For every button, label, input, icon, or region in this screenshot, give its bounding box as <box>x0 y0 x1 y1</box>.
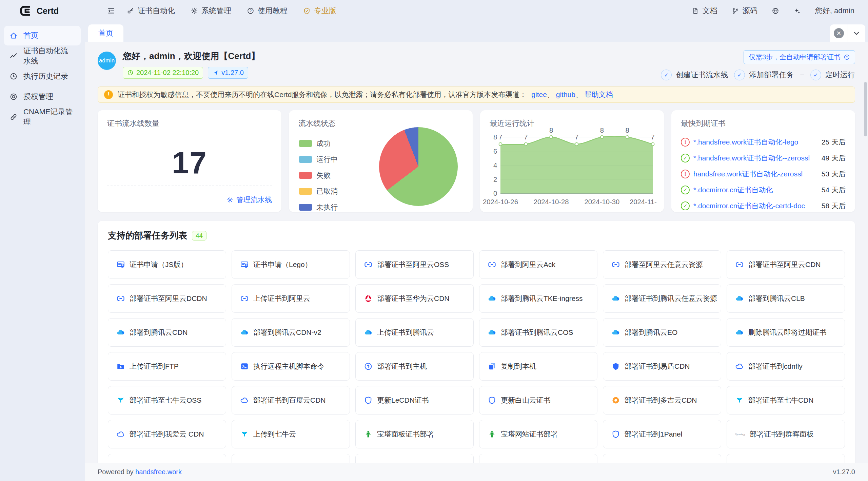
deploy-task-card[interactable]: 上传到七牛云 <box>232 420 350 448</box>
deploy-task-card[interactable]: 执行远程主机脚本命令 <box>232 352 350 381</box>
legend-swatch <box>299 172 312 179</box>
task-label: 部署证书到1Panel <box>625 429 682 439</box>
deploy-task-card[interactable]: 部署证书至阿里云CDN <box>727 250 845 279</box>
notice-link-github[interactable]: github <box>556 91 575 98</box>
legend-swatch <box>299 204 312 211</box>
menu-item-question[interactable]: ?使用教程 <box>247 6 288 16</box>
baota-icon <box>488 430 496 439</box>
deploy-task-card[interactable]: 部署到腾讯云TKE-ingress <box>479 284 597 313</box>
deploy-task-card[interactable]: 上传证书到FTP <box>108 352 226 381</box>
cert-pipeline-link[interactable]: handsfree.work证书自动化-zerossl <box>693 169 817 179</box>
deploy-task-card[interactable]: 部署证书到腾讯云COS <box>479 318 597 347</box>
deploy-task-card[interactable]: 部署证书到1Panel <box>603 420 721 448</box>
handsfree-link[interactable]: handsfree.work <box>135 468 182 476</box>
deploy-task-card[interactable]: 部署到腾讯云CDN <box>108 318 226 347</box>
cert-pipeline-link[interactable]: *.handsfree.work证书自动化-lego <box>693 137 817 147</box>
manage-pipelines-link[interactable]: 管理流水线 <box>226 195 272 205</box>
legend-item-5[interactable]: 未执行 <box>299 203 338 212</box>
deploy-task-card[interactable]: 更新白山云证书 <box>479 386 597 415</box>
deploy-task-card-partial[interactable] <box>727 454 845 463</box>
deploy-task-card[interactable]: 复制到本机 <box>479 352 597 381</box>
menu-item-gear[interactable]: 系统管理 <box>191 6 231 16</box>
deploy-task-card[interactable]: Synology部署证书到群晖面板 <box>727 420 845 448</box>
warning-circle-icon: ! <box>681 170 690 178</box>
deploy-task-card-partial[interactable] <box>479 454 597 463</box>
deploy-task-card[interactable]: 部署至阿里云任意云资源 <box>603 250 721 279</box>
legend-item-3[interactable]: 失败 <box>299 171 338 180</box>
deploy-task-card[interactable]: 部署到腾讯云CDN-v2 <box>232 318 350 347</box>
sidebar-item-auth[interactable]: 授权管理 <box>4 87 81 107</box>
cert-pipeline-link[interactable]: *.handsfree.work证书自动化--zerossl <box>693 153 817 163</box>
menu-item-pro-badge[interactable]: 专业版 <box>303 6 336 16</box>
three-steps-button[interactable]: 仅需3步，全自动申请部署证书 ? <box>744 50 855 64</box>
deploy-task-card[interactable]: 部署证书到多吉云CDN <box>603 386 721 415</box>
sidebar-item-home[interactable]: 首页 <box>4 26 81 45</box>
deploy-task-card[interactable]: 部署证书到百度云CDN <box>232 386 350 415</box>
check-circle-icon: ✓ <box>734 70 745 80</box>
navbar-action-git-branch[interactable]: 源码 <box>732 6 757 16</box>
deploy-task-card[interactable]: 上传证书到腾讯云 <box>355 318 474 347</box>
deploy-task-card[interactable]: 证书申请（Lego） <box>232 250 350 279</box>
sidebar-item-link[interactable]: CNAME记录管理 <box>4 107 81 127</box>
deploy-task-card-partial[interactable] <box>355 454 474 463</box>
deploy-task-card[interactable]: 宝塔面板证书部署 <box>355 420 474 448</box>
version-badge[interactable]: v1.27.0 <box>208 67 248 79</box>
brand[interactable]: Certd <box>19 4 87 17</box>
deploy-task-card-partial[interactable] <box>108 454 226 463</box>
task-label: 上传证书到阿里云 <box>253 294 310 303</box>
navbar-action-doc[interactable]: 文档 <box>692 6 717 16</box>
cert-pipeline-link[interactable]: *.docmirror.cn证书自动化 <box>693 185 817 195</box>
cert-pipeline-link[interactable]: *.docmirror.cn证书自动化-certd-doc <box>693 201 817 211</box>
task-label: 部署证书到腾讯云任意云资源 <box>625 294 717 303</box>
deploy-task-card[interactable]: 更新LeCDN证书 <box>355 386 474 415</box>
deploy-task-card[interactable]: 部署证书至阿里云OSS <box>355 250 474 279</box>
notice-link-gitee[interactable]: gitee <box>531 91 547 98</box>
sidebar-item-history[interactable]: 执行历史记录 <box>4 66 81 86</box>
deploy-task-card[interactable]: 删除腾讯云即将过期证书 <box>727 318 845 347</box>
deploy-task-card[interactable]: 部署到阿里云Ack <box>479 250 597 279</box>
deploy-task-card-partial[interactable] <box>603 454 721 463</box>
sidebar-item-pipeline[interactable]: 证书自动化流水线 <box>4 46 81 66</box>
shield-icon <box>364 396 373 405</box>
deploy-task-card[interactable]: 上传证书到阿里云 <box>232 284 350 313</box>
deploy-task-card[interactable]: 部署证书到我爱云 CDN <box>108 420 226 448</box>
sidebar-item-label: 授权管理 <box>23 92 53 102</box>
task-label: 部署证书到易盾CDN <box>625 362 690 371</box>
deploy-task-card[interactable]: 部署证书至七牛云OSS <box>108 386 226 415</box>
task-label: 更新白山云证书 <box>501 396 551 405</box>
navbar-action-globe[interactable] <box>772 7 779 15</box>
notice-link-帮助文档[interactable]: 帮助文档 <box>585 91 613 98</box>
days-remaining: 58 天后 <box>822 201 846 211</box>
deploy-task-card[interactable]: 宝塔网站证书部署 <box>479 420 597 448</box>
legend-item-2[interactable]: 运行中 <box>299 155 338 164</box>
user-greeting[interactable]: 您好, admin <box>815 6 854 16</box>
task-label: 部署到阿里云Ack <box>501 260 555 269</box>
close-all-tabs-button[interactable]: ✕ <box>830 24 848 42</box>
pie-legend: 成功运行中失败已取消未执行 <box>299 139 338 212</box>
scrollbar-thumb[interactable] <box>864 82 867 136</box>
svg-text:Synology: Synology <box>735 433 745 436</box>
deploy-task-card[interactable]: 部署到腾讯云CLB <box>727 284 845 313</box>
deploy-task-card[interactable]: 部署证书到主机 <box>355 352 474 381</box>
deploy-task-card[interactable]: 部署证书到易盾CDN <box>603 352 721 381</box>
deploy-task-card[interactable]: 证书申请（JS版） <box>108 250 226 279</box>
deploy-task-card-partial[interactable] <box>232 454 350 463</box>
tab-home[interactable]: 首页 <box>88 24 123 42</box>
tencent-icon <box>116 328 125 337</box>
legend-item-4[interactable]: 已取消 <box>299 187 338 196</box>
navbar-action-sparkles[interactable] <box>793 7 801 15</box>
deploy-task-card[interactable]: 部署证书到腾讯云任意云资源 <box>603 284 721 313</box>
menu-item-key[interactable]: 证书自动化 <box>127 6 175 16</box>
menu-fold-icon[interactable] <box>107 7 115 15</box>
tab-menu-button[interactable] <box>848 24 866 42</box>
deploy-task-card[interactable]: 部署证书至七牛CDN <box>727 386 845 415</box>
warning-circle-icon: ! <box>681 138 690 147</box>
deploy-task-card[interactable]: 部署证书至阿里云DCDN <box>108 284 226 313</box>
legend-item-1[interactable]: 成功 <box>299 139 338 148</box>
deploy-task-card[interactable]: 部署证书到cdnfly <box>727 352 845 381</box>
deploy-task-card[interactable]: 部署证书至华为云CDN <box>355 284 474 313</box>
qiniu-icon <box>240 430 249 439</box>
deploy-task-card[interactable]: 部署到腾讯云EO <box>603 318 721 347</box>
avatar[interactable]: admin <box>98 52 116 70</box>
expiring-certs-card: 最快到期证书 !*.handsfree.work证书自动化-lego25 天后✓… <box>671 110 855 212</box>
